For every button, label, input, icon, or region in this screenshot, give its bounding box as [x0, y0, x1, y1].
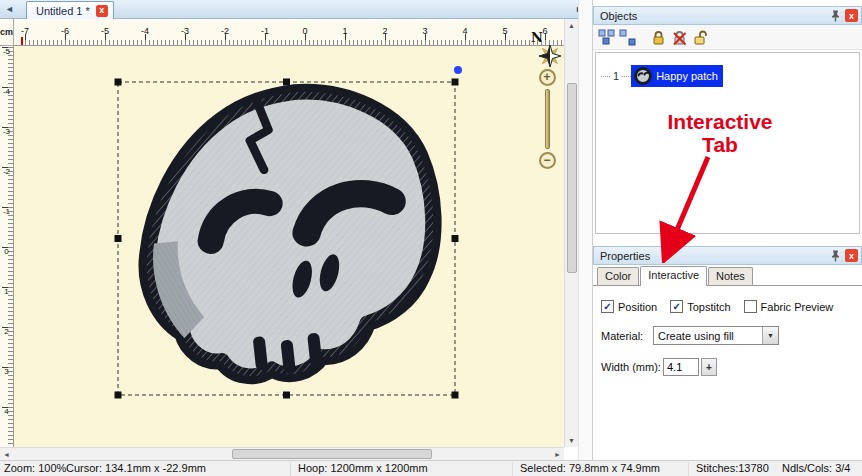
ruler-top-number: -4 [141, 26, 149, 36]
checkbox-box[interactable]: ✓ [601, 300, 614, 313]
ruler-left-number: 4 [0, 407, 13, 416]
width-stepper-button[interactable]: + [701, 358, 717, 376]
material-value: Create using fill [654, 330, 762, 342]
panel-splitter[interactable] [578, 0, 592, 460]
status-separator [512, 462, 513, 476]
tab-close-icon[interactable]: x [96, 5, 108, 17]
status-hoop: Hoop: 1200mm x 1200mm [298, 462, 428, 474]
ruler-left-number: 3 [0, 367, 13, 376]
lock-open-icon[interactable] [692, 29, 709, 46]
zoom-in-button[interactable]: + [539, 69, 556, 86]
ruler-top-number: 2 [382, 26, 387, 36]
ruler-left-number: 2 [0, 327, 13, 336]
objects-panel-title: Objects [600, 10, 826, 22]
vertical-scrollbar[interactable]: ▲ ▼ [564, 19, 578, 447]
ruler-top-number: 0 [302, 26, 307, 36]
dropdown-arrow-icon[interactable]: ▼ [762, 327, 778, 344]
pin-icon[interactable] [829, 249, 842, 262]
ruler-top-number: 3 [422, 26, 427, 36]
object-label: Happy patch [656, 70, 718, 82]
pin-icon[interactable] [829, 9, 842, 22]
object-thumbnail-icon [633, 66, 653, 86]
status-zoom: Zoom: 100% [4, 462, 66, 474]
annotation-text: Interactive Tab [640, 110, 800, 156]
design-canvas[interactable] [14, 46, 564, 447]
checkbox-row: ✓Position✓TopstitchFabric Preview [601, 288, 862, 313]
tree-line [622, 76, 631, 77]
status-stitches: Stitches:13780 [696, 462, 769, 474]
status-separator [290, 462, 291, 476]
object-selection-highlight[interactable]: Happy patch [631, 65, 723, 87]
ruler-top-number: -5 [101, 26, 109, 36]
ruler-top-number: -3 [181, 26, 189, 36]
width-label: Width (mm): [601, 361, 663, 373]
object-list-item[interactable]: 1 Happy patch [596, 65, 859, 87]
ruler-top-number: 5 [502, 26, 507, 36]
skull-design[interactable] [147, 92, 434, 377]
annotation-arrow [650, 153, 730, 263]
lock-icon[interactable] [650, 29, 667, 46]
unlock-icon[interactable] [671, 29, 688, 46]
ruler-top-number: -7 [21, 26, 29, 36]
checkbox-topstitch[interactable]: ✓Topstitch [670, 300, 730, 313]
status-ndls: Ndls/Cols: 3/4 [782, 462, 850, 474]
ruler-left-number: -4 [0, 87, 13, 96]
rotation-handle[interactable] [454, 66, 462, 74]
ruler-top-number: 4 [462, 26, 467, 36]
material-label: Material: [601, 330, 653, 342]
material-dropdown[interactable]: Create using fill ▼ [653, 326, 779, 345]
horizontal-scroll-thumb[interactable] [232, 449, 432, 459]
object-index: 1 [613, 70, 619, 82]
checkbox-label: Topstitch [687, 301, 730, 313]
ruler-top-number: -2 [221, 26, 229, 36]
tab-color[interactable]: Color [597, 267, 639, 285]
canvas-graphics [14, 46, 564, 447]
application-window: ◄ Untitled 1 * x ► cm -7-6-5-4-3-2-10123… [0, 0, 862, 476]
annotation-line1: Interactive [640, 110, 800, 133]
document-tab-bar: ◄ Untitled 1 * x ► [0, 0, 592, 19]
ruler-left-number: -2 [0, 167, 13, 176]
ruler-top: -7-6-5-4-3-2-10123456 [14, 19, 564, 46]
ruler-cursor-marker [21, 37, 23, 45]
ruler-left: -5-4-3-2-101234 [0, 46, 14, 447]
width-input[interactable] [663, 358, 699, 376]
compass-rose-icon[interactable]: N [528, 29, 566, 71]
status-cursor: Cursor: 134.1mm x -22.9mm [66, 462, 206, 474]
checkbox-position[interactable]: ✓Position [601, 300, 657, 313]
ruler-top-number: 1 [342, 26, 347, 36]
ruler-top-number: -6 [61, 26, 69, 36]
status-separator [688, 462, 689, 476]
compass-n-label: N [531, 30, 543, 45]
properties-panel: Properties x ColorInteractiveNotes ✓Posi… [593, 246, 862, 376]
checkbox-box[interactable] [744, 300, 757, 313]
group-icon[interactable] [598, 29, 615, 46]
ruler-left-number: 1 [0, 287, 13, 296]
document-tab[interactable]: Untitled 1 * x [26, 1, 114, 19]
scroll-down-icon[interactable]: ▼ [565, 434, 578, 447]
canvas-region: cm -7-6-5-4-3-2-10123456 -5-4-3-2-101234 [0, 19, 564, 447]
ungroup-icon[interactable] [619, 29, 636, 46]
zoom-slider-track[interactable] [545, 89, 550, 149]
checkbox-fabric-preview[interactable]: Fabric Preview [744, 300, 834, 313]
properties-panel-close-icon[interactable]: x [845, 249, 858, 262]
status-selected: Selected: 79.8mm x 74.9mm [520, 462, 660, 474]
ruler-left-number: -1 [0, 207, 13, 216]
zoom-out-button[interactable]: − [539, 152, 556, 169]
objects-toolbar [593, 25, 862, 50]
tree-line [601, 76, 610, 77]
ruler-left-number: -5 [0, 47, 13, 56]
vertical-scroll-thumb[interactable] [567, 83, 577, 273]
checkbox-label: Fabric Preview [761, 301, 834, 313]
ruler-left-number: -3 [0, 127, 13, 136]
tab-interactive[interactable]: Interactive [640, 266, 707, 286]
document-tab-label: Untitled 1 * [36, 5, 90, 17]
checkbox-box[interactable]: ✓ [670, 300, 683, 313]
scroll-up-icon[interactable]: ▲ [565, 19, 578, 32]
tab-scroll-left-icon[interactable]: ◄ [5, 4, 14, 14]
ruler-top-number: -1 [261, 26, 269, 36]
ruler-left-number: 0 [0, 247, 13, 256]
objects-panel-close-icon[interactable]: x [845, 9, 858, 22]
horizontal-scrollbar[interactable]: ◄ ► [0, 447, 564, 460]
properties-content: ✓Position✓TopstitchFabric Preview Materi… [593, 286, 862, 376]
tab-notes[interactable]: Notes [708, 267, 753, 285]
